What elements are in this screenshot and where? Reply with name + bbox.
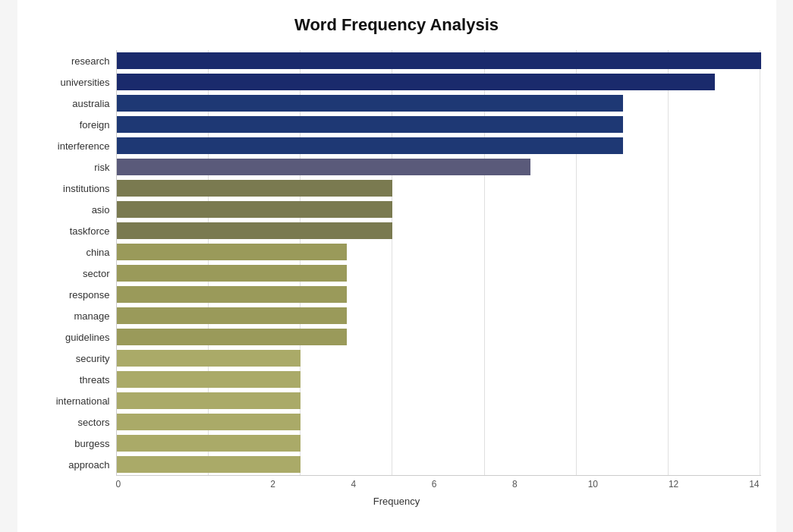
plot-area bbox=[116, 50, 761, 476]
bar bbox=[117, 74, 715, 90]
bar bbox=[117, 180, 393, 197]
bar-row bbox=[117, 284, 761, 305]
y-label: threats bbox=[33, 369, 116, 390]
x-tick: 10 bbox=[519, 479, 599, 490]
x-tick: 0 bbox=[116, 479, 197, 490]
bar bbox=[117, 286, 347, 303]
bar-row bbox=[117, 220, 761, 241]
x-tick: 2 bbox=[197, 479, 277, 490]
y-label: response bbox=[33, 284, 116, 305]
y-label: security bbox=[33, 348, 116, 369]
bar-row bbox=[117, 369, 761, 390]
bar-row bbox=[117, 305, 761, 326]
y-label: universities bbox=[33, 71, 116, 93]
y-label: foreign bbox=[33, 114, 116, 135]
bar bbox=[117, 350, 301, 367]
bar bbox=[117, 265, 347, 282]
bar bbox=[117, 329, 347, 345]
y-label: research bbox=[33, 50, 116, 71]
bar-row bbox=[117, 178, 761, 199]
chart-area: researchuniversitiesaustraliaforeigninte… bbox=[33, 50, 761, 476]
bar bbox=[117, 201, 393, 218]
bar-row bbox=[117, 93, 761, 114]
bar-row bbox=[117, 50, 761, 71]
bar bbox=[117, 52, 761, 69]
y-label: sector bbox=[33, 263, 116, 284]
y-label: international bbox=[33, 390, 116, 411]
bar bbox=[117, 392, 301, 409]
x-axis-label: Frequency bbox=[33, 496, 761, 507]
y-label: interference bbox=[33, 135, 116, 156]
bar bbox=[117, 456, 301, 473]
y-label: asio bbox=[33, 199, 116, 220]
bar bbox=[117, 307, 347, 324]
bar-row bbox=[117, 433, 761, 454]
bar-row bbox=[117, 454, 761, 475]
bars-wrapper bbox=[117, 50, 761, 475]
y-label: china bbox=[33, 241, 116, 263]
bar bbox=[117, 95, 623, 112]
y-label: manage bbox=[33, 305, 116, 326]
y-label: taskforce bbox=[33, 220, 116, 241]
bar-row bbox=[117, 263, 761, 284]
chart-container: Word Frequency Analysis researchuniversi… bbox=[17, 0, 776, 532]
bar-row bbox=[117, 156, 761, 178]
bar bbox=[117, 244, 347, 260]
y-label: australia bbox=[33, 93, 116, 114]
bar-row bbox=[117, 114, 761, 135]
bar bbox=[117, 159, 531, 175]
bar-row bbox=[117, 241, 761, 263]
y-label: approach bbox=[33, 454, 116, 475]
chart-title: Word Frequency Analysis bbox=[33, 15, 761, 35]
y-label: sectors bbox=[33, 411, 116, 433]
bar-row bbox=[117, 390, 761, 411]
bar bbox=[117, 137, 623, 154]
bar-row bbox=[117, 135, 761, 156]
bar bbox=[117, 222, 393, 239]
y-label: guidelines bbox=[33, 326, 116, 348]
y-label: risk bbox=[33, 156, 116, 178]
bar-row bbox=[117, 411, 761, 433]
bar bbox=[117, 414, 301, 430]
y-label: institutions bbox=[33, 178, 116, 199]
x-tick: 14 bbox=[680, 479, 760, 490]
y-axis: researchuniversitiesaustraliaforeigninte… bbox=[33, 50, 116, 476]
bar bbox=[117, 116, 623, 133]
x-tick: 4 bbox=[277, 479, 357, 490]
bar-row bbox=[117, 71, 761, 93]
x-axis: 02468101214 bbox=[116, 479, 761, 490]
bar-row bbox=[117, 199, 761, 220]
bar-row bbox=[117, 326, 761, 348]
x-tick: 8 bbox=[439, 479, 519, 490]
x-tick: 12 bbox=[599, 479, 680, 490]
bar-row bbox=[117, 348, 761, 369]
bar bbox=[117, 435, 301, 452]
x-tick: 6 bbox=[357, 479, 438, 490]
bar bbox=[117, 371, 301, 388]
y-label: burgess bbox=[33, 433, 116, 454]
